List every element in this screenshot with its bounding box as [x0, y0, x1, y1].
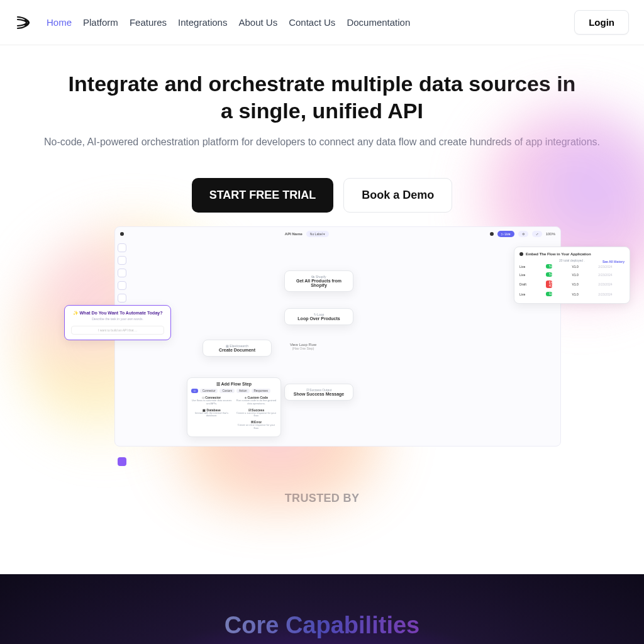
nav-links: Home Platform Features Integrations Abou… [47, 17, 410, 28]
hero-illustration: API Name No Label ▾ ▷ Live ⚙ ⤢ 100% [45, 220, 599, 484]
sidebar-tool-icon [118, 243, 126, 252]
table-row: Live Success V1.0 2/23/2024 [519, 270, 625, 279]
hero-title: Integrate and orchestrate multiple data … [64, 70, 580, 124]
node-success: ☑ Success Output Show Success Message [284, 384, 353, 401]
deploy-table: Live Success V1.0 2/23/2024 Live Success… [519, 262, 625, 298]
node-title: Show Success Message [290, 392, 348, 396]
deploy-header: Embed The Flow in Your Application [519, 252, 625, 256]
canvas-avatar-icon [120, 232, 124, 236]
node-loop: ↻ Loop Loop Over Products [284, 308, 353, 325]
table-row: Draft Error 401 V1.0 2/23/2024 [519, 279, 625, 290]
chip: Custom [219, 389, 235, 393]
prompt-hint: Describe the task in your own words. [71, 317, 164, 321]
canvas-sidebar [118, 243, 129, 466]
core-capabilities-section: Core Capabilities [0, 574, 644, 644]
book-demo-button[interactable]: Book a Demo [343, 178, 452, 213]
sidebar-tool-icon [118, 269, 126, 277]
prompt-input: I want to build an API that ... [71, 326, 164, 335]
sidebar-ai-icon [118, 457, 126, 466]
view-loop-label: View Loop Flow (Has One Step) [278, 343, 328, 350]
zoom-level: 100% [546, 232, 555, 236]
add-step-header: ☰ Add Flow Step [191, 382, 277, 387]
live-badge: ▷ Live [497, 231, 514, 237]
dot-icon [519, 252, 523, 256]
flow-canvas: API Name No Label ▾ ▷ Live ⚙ ⤢ 100% [114, 226, 561, 447]
nav-link-platform[interactable]: Platform [83, 17, 118, 28]
start-trial-button[interactable]: START FREE TRIAL [192, 178, 334, 213]
hero-section: Integrate and orchestrate multiple data … [0, 45, 644, 484]
canvas-toolbar: API Name No Label ▾ ▷ Live ⚙ ⤢ 100% [115, 227, 560, 241]
table-row: Live Success V1.0 2/23/2024 [519, 290, 625, 298]
logo-icon [15, 14, 31, 31]
nav-link-docs[interactable]: Documentation [347, 17, 410, 28]
prompt-header: ✨ What Do You Want To Automate Today? [71, 311, 164, 316]
prompt-card: ✨ What Do You Want To Automate Today? De… [64, 305, 171, 340]
chip: Action [236, 389, 250, 393]
sidebar-tool-icon [118, 294, 126, 303]
chip: Responses [252, 389, 271, 393]
deploy-card: Embed The Flow in Your Application 20 to… [514, 247, 630, 304]
add-step-card: ☰ Add Flow Step □ Connector Custom Actio… [187, 377, 281, 437]
toolbar-icon: ⚙ [518, 231, 528, 237]
node-title: Loop Over Products [290, 316, 348, 321]
api-name-label: API Name [285, 232, 303, 236]
node-shopify: 🛍 Shopify Get All Products from Shopify [284, 270, 353, 292]
sidebar-tool-icon [118, 256, 126, 265]
nav-link-contact[interactable]: Contact Us [289, 17, 335, 28]
node-title: Create Document [208, 348, 266, 352]
label-dropdown: No Label ▾ [306, 231, 329, 237]
nav-link-about[interactable]: About Us [238, 17, 277, 28]
canvas-dot-icon [490, 232, 494, 236]
chip: Connector [200, 389, 218, 393]
sidebar-tool-icon [118, 281, 126, 290]
core-capabilities-title: Core Capabilities [225, 612, 419, 639]
toolbar-icon: ⤢ [532, 231, 542, 237]
top-nav: Home Platform Features Integrations Abou… [0, 0, 644, 45]
chip: □ [191, 389, 198, 393]
node-elastic: ▦ Elasticsearch Create Document [203, 340, 272, 357]
node-title: Get All Products from Shopify [290, 279, 348, 287]
cta-row: START FREE TRIAL Book a Demo [25, 178, 619, 213]
login-button[interactable]: Login [574, 10, 629, 35]
nav-link-home[interactable]: Home [47, 17, 72, 28]
see-all-link: See All History [602, 260, 625, 264]
nav-link-integrations[interactable]: Integrations [178, 17, 227, 28]
nav-link-features[interactable]: Features [130, 17, 167, 28]
